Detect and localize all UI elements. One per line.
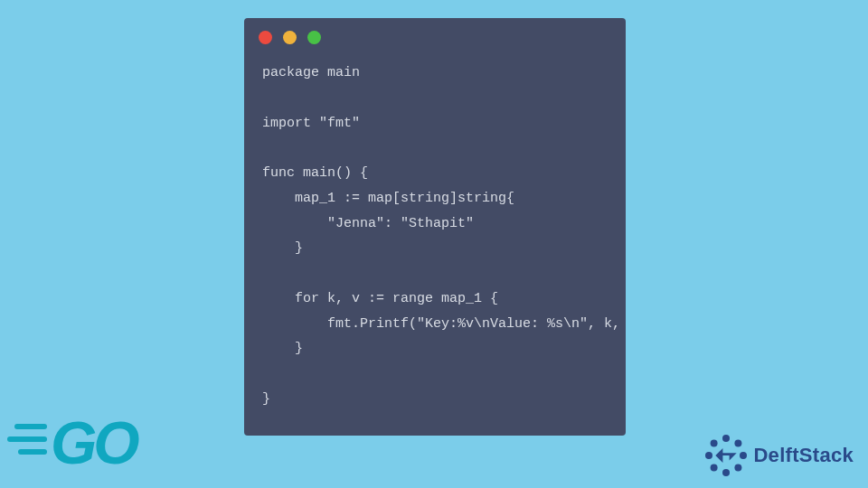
code-line: } — [262, 240, 303, 256]
close-icon — [259, 31, 272, 44]
delftstack-logo: DelftStack — [704, 434, 854, 477]
code-line: func main() { — [262, 165, 368, 181]
svg-point-4 — [722, 435, 730, 442]
traffic-lights — [244, 18, 626, 50]
svg-point-8 — [722, 469, 730, 476]
code-line: } — [262, 341, 303, 356]
code-line: for k, v := range map_1 { — [262, 291, 498, 306]
go-logo-icon: GO — [7, 408, 179, 479]
svg-point-7 — [735, 464, 742, 471]
svg-point-10 — [705, 452, 712, 459]
code-line: "Jenna": "Sthapit" — [262, 216, 474, 231]
code-window: package main import "fmt" func main() { … — [244, 18, 626, 436]
code-line: } — [262, 391, 270, 407]
svg-point-6 — [740, 452, 747, 459]
svg-point-11 — [711, 440, 718, 447]
code-line: import "fmt" — [262, 116, 360, 131]
svg-rect-1 — [7, 436, 47, 442]
delftstack-badge-icon — [704, 434, 748, 477]
code-line: map_1 := map[string]string{ — [262, 191, 514, 206]
svg-point-9 — [711, 464, 718, 471]
code-block: package main import "fmt" func main() { … — [244, 50, 626, 419]
svg-rect-2 — [18, 449, 47, 455]
svg-point-5 — [735, 440, 742, 447]
svg-rect-0 — [14, 424, 47, 429]
delftstack-label: DelftStack — [753, 444, 854, 467]
zoom-icon — [307, 31, 321, 44]
code-line: fmt.Printf("Key:%v\nValue: %s\n", k, v) — [262, 316, 626, 332]
minimize-icon — [283, 31, 297, 44]
svg-text:GO: GO — [51, 409, 139, 475]
code-line: package main — [262, 65, 360, 80]
svg-marker-12 — [716, 448, 737, 463]
